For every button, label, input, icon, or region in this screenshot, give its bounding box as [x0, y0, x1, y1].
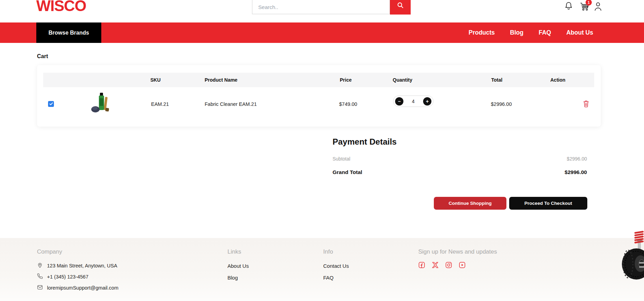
instagram-icon [445, 264, 452, 270]
item-total: $2996.00 [491, 101, 512, 107]
quantity-value: 4 [412, 99, 415, 104]
footer-links-title: Links [227, 248, 241, 255]
nav-link-products[interactable]: Products [468, 29, 495, 36]
user-icon [594, 6, 603, 12]
footer: Company 123 Main Street, Anytown, USA +1… [0, 238, 644, 301]
footer-address-row: 123 Main Street, Anytown, USA [37, 262, 117, 269]
nav-links: Products Blog FAQ About Us [468, 22, 593, 43]
column-header-sku: SKU [150, 73, 161, 87]
proceed-to-checkout-button[interactable]: Proceed To Checkout [509, 197, 587, 210]
item-price: $749.00 [339, 101, 357, 107]
check-icon [49, 101, 53, 107]
account-button[interactable] [594, 1, 603, 12]
x-icon [432, 264, 439, 270]
search-button[interactable] [390, 0, 411, 15]
nav-link-faq[interactable]: FAQ [539, 29, 551, 36]
column-header-action: Action [550, 73, 566, 87]
cart-table-header [43, 73, 594, 87]
footer-company-title: Company [37, 248, 62, 255]
notifications-button[interactable] [564, 1, 573, 12]
subtotal-value: $2996.00 [567, 156, 587, 162]
item-select-checkbox[interactable] [48, 101, 54, 107]
grand-total-label: Grand Total [333, 169, 362, 175]
continue-shopping-button[interactable]: Continue Shopping [434, 197, 506, 210]
facebook-icon [418, 264, 425, 270]
product-thumbnail[interactable] [91, 91, 112, 115]
page-title: Cart [37, 53, 48, 60]
footer-link-faq[interactable]: FAQ [323, 275, 334, 281]
facebook-button[interactable] [418, 262, 425, 268]
top-header: WISCO [0, 0, 644, 22]
grand-total-value: $2996.00 [564, 169, 587, 175]
column-header-total: Total [491, 73, 502, 87]
item-sku: EAM.21 [151, 101, 169, 107]
nav-link-blog[interactable]: Blog [510, 29, 523, 36]
delete-item-button[interactable] [582, 100, 590, 108]
footer-info-title: Info [323, 248, 333, 255]
cart-page: WISCO [0, 0, 644, 301]
quantity-increase-button[interactable]: + [423, 97, 431, 106]
social-links [418, 262, 466, 268]
trash-icon [583, 103, 589, 109]
phone-icon [37, 273, 43, 280]
column-header-price: Price [340, 73, 352, 87]
search-icon [396, 1, 404, 10]
quantity-stepper: − 4 + [393, 95, 433, 107]
item-name[interactable]: Fabric Cleaner EAM.21 [205, 101, 257, 107]
cart-icon [580, 7, 590, 12]
search-input[interactable] [252, 0, 390, 14]
footer-email: loremipsumSupport@gmail.com [47, 285, 119, 291]
instagram-button[interactable] [445, 262, 452, 268]
nav-link-about-us[interactable]: About Us [566, 29, 593, 36]
footer-email-row: loremipsumSupport@gmail.com [37, 284, 119, 291]
cart-button[interactable]: 1 [580, 2, 590, 13]
youtube-icon [459, 264, 466, 270]
cart-count-badge: 1 [586, 0, 592, 6]
column-header-name: Product Name [205, 73, 237, 87]
brand-logo[interactable]: WISCO [36, 0, 86, 15]
footer-address: 123 Main Street, Anytown, USA [47, 263, 117, 268]
footer-phone-row: +1 (345) 123-4567 [37, 273, 88, 280]
x-twitter-button[interactable] [432, 262, 439, 268]
map-pin-icon [37, 262, 43, 269]
browse-brands-button[interactable]: Browse Brands [36, 22, 101, 43]
column-header-quantity: Quantity [393, 73, 412, 87]
footer-link-blog[interactable]: Blog [227, 275, 238, 281]
tire-suspension-image [622, 230, 644, 280]
footer-newsletter-title: Sign up for News and updates [418, 248, 497, 255]
bell-icon [564, 6, 573, 12]
mail-icon [37, 284, 43, 291]
main-navbar: Browse Brands Products Blog FAQ About Us [0, 22, 644, 43]
payment-details-title: Payment Details [333, 137, 396, 147]
youtube-button[interactable] [459, 262, 466, 268]
quantity-decrease-button[interactable]: − [395, 97, 403, 106]
footer-link-contact-us[interactable]: Contact Us [323, 263, 349, 269]
footer-link-about-us[interactable]: About Us [227, 263, 249, 269]
subtotal-label: Subtotal [333, 156, 350, 162]
footer-phone: +1 (345) 123-4567 [47, 274, 88, 280]
